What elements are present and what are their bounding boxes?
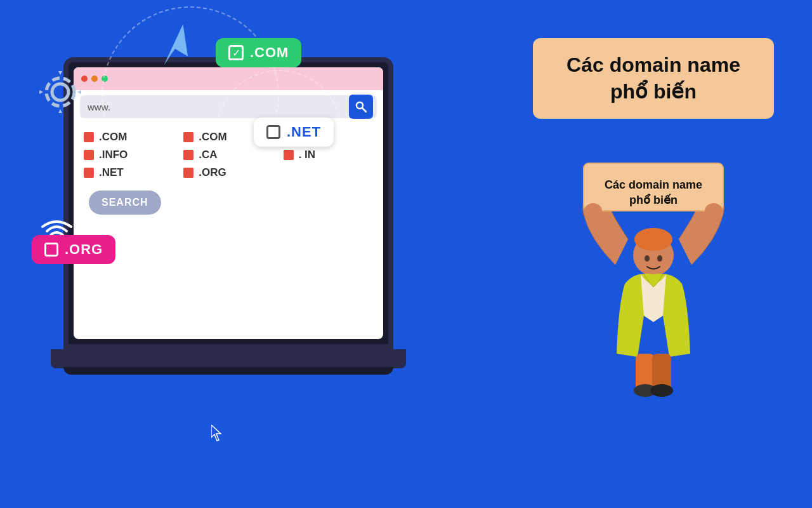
- svg-text:phổ biến: phổ biến: [629, 194, 678, 206]
- banner-title: Các domain name phổ biến: [551, 52, 756, 105]
- svg-point-10: [584, 203, 602, 218]
- domain-label-net: .NET: [99, 166, 124, 179]
- svg-point-19: [650, 384, 673, 397]
- laptop-foot: [63, 367, 393, 375]
- svg-marker-3: [160, 49, 179, 65]
- square-icon-net: [266, 125, 280, 139]
- badge-com-green-label: .COM: [250, 44, 289, 61]
- left-section: ✓ .COM .NET .ORG www.: [25, 19, 444, 489]
- laptop-base: [51, 349, 406, 368]
- cursor-icon: [211, 425, 226, 446]
- badge-net-white-label: .NET: [287, 124, 321, 140]
- banner-sign: Các domain name phổ biến: [533, 38, 774, 119]
- gear-icon: [38, 70, 82, 123]
- svg-marker-6: [211, 425, 221, 441]
- person-svg: Các domain name phổ biến: [571, 138, 736, 404]
- svg-point-14: [645, 255, 650, 262]
- domain-square: [84, 150, 94, 160]
- svg-point-15: [657, 255, 662, 262]
- badge-org-pink-label: .ORG: [65, 241, 103, 258]
- badge-com-green: ✓ .COM: [216, 38, 301, 67]
- right-section: Các domain name phổ biến Các domain name…: [533, 38, 774, 404]
- svg-point-11: [705, 203, 723, 218]
- domain-square: [84, 168, 94, 178]
- search-button-icon[interactable]: [349, 95, 373, 119]
- check-icon: ✓: [228, 45, 244, 60]
- person-illustration: Các domain name phổ biến: [533, 138, 774, 404]
- svg-text:Các domain name: Các domain name: [605, 178, 702, 191]
- svg-line-5: [362, 108, 366, 112]
- svg-point-0: [52, 84, 69, 100]
- banner-line2: phổ biến: [610, 80, 697, 103]
- badge-org-pink: .ORG: [32, 235, 115, 264]
- badge-net-white: .NET: [254, 117, 334, 147]
- search-action-button[interactable]: SEARCH: [89, 190, 161, 215]
- svg-point-13: [634, 228, 672, 251]
- square-icon-org: [44, 243, 58, 257]
- banner-line1: Các domain name: [566, 53, 740, 76]
- domain-square: [84, 132, 94, 142]
- dot-orange: [91, 76, 98, 82]
